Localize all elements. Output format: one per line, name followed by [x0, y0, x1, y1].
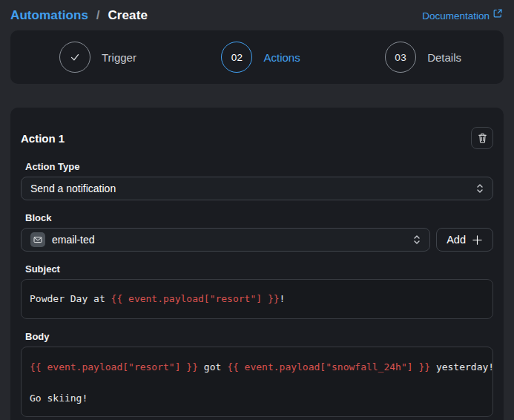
- action-card: Action 1 Action Type Send a notification…: [10, 108, 504, 420]
- step-label-details: Details: [427, 51, 461, 64]
- breadcrumb-current-page: Create: [108, 8, 148, 22]
- block-select[interactable]: email-ted: [21, 228, 430, 252]
- add-block-label: Add: [447, 234, 466, 246]
- stepper-step-trigger[interactable]: Trigger: [59, 42, 136, 73]
- body-label: Body: [25, 331, 493, 342]
- stepper: Trigger 02 Actions 03 Details: [10, 30, 504, 84]
- stepper-step-details[interactable]: 03 Details: [385, 42, 461, 73]
- subject-label: Subject: [25, 263, 493, 275]
- documentation-link[interactable]: Documentation: [422, 10, 502, 22]
- add-block-button[interactable]: Add: [436, 228, 493, 252]
- email-icon: [30, 232, 45, 247]
- delete-action-button[interactable]: [471, 127, 493, 149]
- action-card-header: Action 1: [21, 127, 493, 149]
- stepper-step-actions[interactable]: 02 Actions: [221, 42, 300, 73]
- action-type-label: Action Type: [25, 161, 493, 172]
- step-number-02: 02: [221, 42, 252, 73]
- select-chevrons-icon: [413, 234, 421, 246]
- automations-create-page: Automations / Create Documentation Trigg…: [0, 0, 514, 420]
- step-label-actions: Actions: [263, 51, 300, 64]
- breadcrumb: Automations / Create: [10, 8, 148, 23]
- action-type-select[interactable]: Send a notification: [21, 177, 493, 200]
- step-label-trigger: Trigger: [102, 51, 136, 64]
- documentation-link-label: Documentation: [422, 10, 490, 22]
- trash-icon: [477, 133, 488, 144]
- action-title: Action 1: [21, 132, 65, 145]
- step-number-03: 03: [385, 42, 416, 73]
- check-icon: [68, 50, 82, 64]
- step-complete-circle: [59, 42, 90, 73]
- breadcrumb-automations-link[interactable]: Automations: [10, 8, 88, 22]
- select-chevrons-icon: [476, 183, 484, 194]
- block-row: email-ted Add: [21, 228, 493, 252]
- subject-input[interactable]: Powder Day at {{ event.payload["resort"]…: [21, 279, 493, 319]
- block-value: email-ted: [52, 234, 95, 246]
- plus-icon: [472, 234, 483, 246]
- action-type-value: Send a notification: [30, 183, 116, 194]
- external-link-icon: [493, 9, 502, 18]
- block-label: Block: [25, 212, 493, 223]
- page-header: Automations / Create Documentation: [0, 0, 514, 30]
- body-textarea[interactable]: {{ event.payload["resort"] }} got {{ eve…: [21, 347, 493, 417]
- breadcrumb-separator: /: [96, 8, 100, 22]
